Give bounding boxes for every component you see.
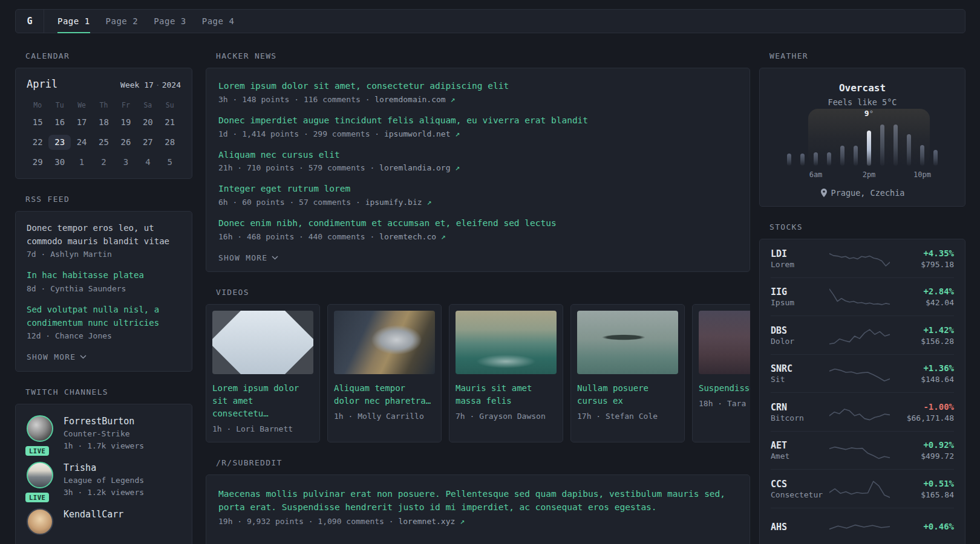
twitch-channel-info: Trisha League of Legends 3h · 1.2k viewe… bbox=[64, 462, 144, 498]
calendar-weekday: We bbox=[71, 100, 93, 110]
rss-item-title[interactable]: Donec tempor eros leo, ut commodo mauris… bbox=[27, 222, 181, 248]
calendar-day: 29 bbox=[27, 155, 48, 170]
stock-row[interactable]: CCSConsectetur +0.51%$165.84 bbox=[771, 470, 954, 508]
weather-bar bbox=[854, 146, 858, 166]
stock-row[interactable]: AHS +0.46% bbox=[771, 508, 954, 544]
stock-sparkline bbox=[829, 285, 890, 308]
hn-item-domain-link[interactable]: loremtech.co bbox=[379, 232, 436, 241]
calendar-day: 5 bbox=[159, 155, 181, 170]
video-title[interactable]: Lorem ipsum dolor sit amet consectetu… bbox=[212, 383, 299, 418]
video-title[interactable]: Suspendisse diam bbox=[699, 383, 750, 393]
stock-values: +0.46% bbox=[890, 521, 954, 533]
calendar-widget: April Week 17·2024 MoTuWeThFrSaSu1516171… bbox=[15, 68, 192, 179]
calendar-year: 2024 bbox=[162, 80, 181, 89]
calendar-section: CALENDAR April Week 17·2024 MoTuWeThFrSa… bbox=[15, 51, 192, 179]
tab-page-2[interactable]: Page 2 bbox=[98, 10, 146, 33]
stock-change: +2.84% bbox=[890, 286, 954, 298]
middle-column: HACKER NEWS Lorem ipsum dolor sit amet, … bbox=[206, 51, 750, 544]
hn-item: Donec enim nibh, condimentum et accumsan… bbox=[218, 217, 737, 241]
twitch-channel-info: KendallCarr bbox=[64, 508, 123, 535]
twitch-channel-name: ForrestBurton bbox=[64, 415, 144, 428]
video-thumbnail[interactable] bbox=[699, 311, 750, 374]
stock-row[interactable]: CRNBitcorn -1.00%$66,171.48 bbox=[771, 393, 954, 432]
reddit-post-title[interactable]: Maecenas mollis pulvinar erat non posuer… bbox=[218, 487, 737, 514]
stock-row[interactable]: DBSDolor +1.42%$156.28 bbox=[771, 316, 954, 355]
twitch-channel-info: ForrestBurton Counter-Strike 1h · 1.7k v… bbox=[64, 415, 144, 452]
stock-ticker: SNRC bbox=[771, 363, 829, 375]
hn-item-title[interactable]: Aliquam nec cursus elit bbox=[218, 149, 737, 162]
weather-bar bbox=[827, 152, 831, 166]
stock-price: $156.28 bbox=[890, 337, 954, 346]
calendar-day: 26 bbox=[115, 135, 137, 150]
hn-item-domain-link[interactable]: loremlandia.org bbox=[379, 163, 450, 172]
calendar-weekday: Fr bbox=[115, 100, 137, 110]
weather-bar bbox=[840, 146, 844, 166]
video-meta: 17h · Stefan Cole bbox=[577, 412, 678, 421]
stock-sparkline bbox=[829, 516, 890, 539]
tab-page-4[interactable]: Page 4 bbox=[194, 10, 243, 33]
twitch-channel-row[interactable]: LIVE Trisha League of Legends 3h · 1.2k … bbox=[27, 462, 181, 498]
video-thumbnail[interactable] bbox=[456, 311, 557, 374]
rss-item-title[interactable]: Sed volutpat nulla nisl, a condimentum n… bbox=[27, 303, 181, 329]
tab-page-1[interactable]: Page 1 bbox=[50, 10, 98, 33]
twitch-channel-row[interactable]: KendallCarr bbox=[27, 508, 181, 535]
stock-values: +0.92%$499.72 bbox=[890, 439, 954, 461]
avatar-wrap: LIVE bbox=[27, 462, 54, 498]
stock-name: Lorem bbox=[771, 260, 829, 269]
calendar-weekday: Sa bbox=[137, 100, 158, 110]
rss-item: In hac habitasse platea 8d · Cynthia Sau… bbox=[27, 269, 181, 293]
left-column: CALENDAR April Week 17·2024 MoTuWeThFrSa… bbox=[15, 51, 192, 544]
hn-item-stats: 6h · 60 points · 57 comments · bbox=[218, 198, 365, 207]
rss-item-title[interactable]: In hac habitasse platea bbox=[27, 269, 181, 282]
hn-item-title[interactable]: Integer eget rutrum lorem bbox=[218, 183, 737, 196]
hn-item-domain-link[interactable]: ipsumworld.net bbox=[384, 129, 451, 138]
tab-page-3[interactable]: Page 3 bbox=[146, 10, 194, 33]
video-meta: 1h · Molly Carrillo bbox=[334, 412, 435, 421]
hn-item-domain-link[interactable]: loremdomain.com bbox=[374, 95, 445, 104]
external-link-icon: ↗ bbox=[460, 517, 465, 526]
stock-values: +4.35%$795.18 bbox=[890, 248, 954, 269]
hn-item-domain-link[interactable]: ipsumify.biz bbox=[365, 198, 422, 207]
hn-item-title[interactable]: Donec imperdiet augue tincidunt felis al… bbox=[218, 114, 737, 128]
calendar-day: 25 bbox=[93, 135, 114, 150]
stock-name: Ipsum bbox=[771, 298, 829, 307]
video-thumbnail[interactable] bbox=[577, 311, 678, 374]
stock-row[interactable]: LDILorem +4.35%$795.18 bbox=[771, 239, 954, 278]
stock-row[interactable]: SNRCSit +1.36%$148.64 bbox=[771, 355, 954, 393]
weather-location: Prague, Czechia bbox=[772, 188, 953, 198]
rss-show-more-button[interactable]: SHOW MORE bbox=[27, 352, 87, 361]
chevron-down-icon bbox=[80, 355, 87, 359]
video-thumbnail[interactable] bbox=[334, 311, 435, 374]
twitch-channel-row[interactable]: LIVE ForrestBurton Counter-Strike 1h · 1… bbox=[27, 415, 181, 452]
twitch-channel-meta: 1h · 1.7k viewers bbox=[64, 440, 144, 452]
hn-item: Aliquam nec cursus elit 21h · 710 points… bbox=[218, 149, 737, 173]
app-logo: G bbox=[16, 10, 44, 33]
stock-ticker: DBS bbox=[771, 325, 829, 337]
video-title[interactable]: Nullam posuere cursus ex bbox=[577, 383, 648, 406]
stock-row[interactable]: AETAmet +0.92%$499.72 bbox=[771, 432, 954, 470]
video-title[interactable]: Aliquam tempor dolor nec pharetra… bbox=[334, 383, 431, 406]
rss-section-title: RSS FEED bbox=[25, 195, 192, 204]
calendar-dot: · bbox=[155, 80, 160, 89]
hn-item-title[interactable]: Donec enim nibh, condimentum et accumsan… bbox=[218, 217, 737, 230]
current-temp-label: 9° bbox=[864, 109, 874, 118]
video-title[interactable]: Mauris sit amet massa felis bbox=[456, 383, 532, 406]
video-thumbnail[interactable] bbox=[212, 311, 313, 374]
hackernews-section: HACKER NEWS Lorem ipsum dolor sit amet, … bbox=[206, 51, 750, 272]
hn-item-title[interactable]: Lorem ipsum dolor sit amet, consectetur … bbox=[218, 80, 737, 93]
dashboard-page: G Page 1 Page 2 Page 3 Page 4 CALENDAR A… bbox=[0, 0, 980, 544]
stock-ticker: CRN bbox=[771, 401, 829, 413]
stock-price: $499.72 bbox=[890, 452, 954, 461]
calendar-day: 18 bbox=[93, 115, 114, 130]
stock-name: Sit bbox=[771, 375, 829, 384]
rss-section: RSS FEED Donec tempor eros leo, ut commo… bbox=[15, 195, 192, 372]
rss-item: Sed volutpat nulla nisl, a condimentum n… bbox=[27, 303, 181, 340]
video-card: Lorem ipsum dolor sit amet consectetu… 1… bbox=[206, 304, 320, 442]
hn-item-stats: 3h · 148 points · 116 comments · bbox=[218, 95, 374, 104]
avatar bbox=[27, 462, 53, 488]
right-column: WEATHER Overcast Feels like 5°C 9° 6am2p… bbox=[759, 51, 965, 544]
reddit-post-domain-link[interactable]: loremnet.xyz bbox=[398, 517, 455, 526]
hn-show-more-button[interactable]: SHOW MORE bbox=[218, 253, 278, 262]
external-link-icon: ↗ bbox=[451, 95, 456, 104]
stock-row[interactable]: IIGIpsum +2.84%$42.04 bbox=[771, 278, 954, 317]
